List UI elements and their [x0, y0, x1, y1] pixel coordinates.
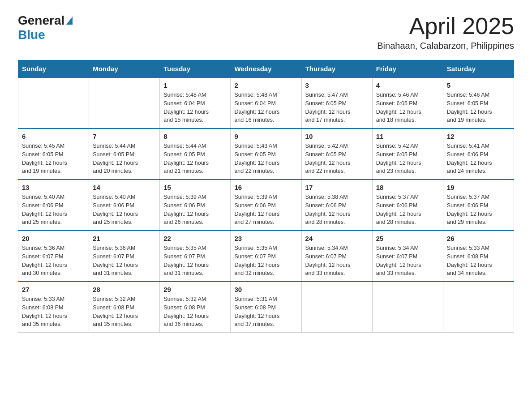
logo-blue: Blue [18, 28, 45, 42]
day-info: Sunrise: 5:34 AM Sunset: 6:07 PM Dayligh… [376, 244, 439, 278]
day-info: Sunrise: 5:47 AM Sunset: 6:05 PM Dayligh… [305, 91, 369, 124]
day-info: Sunrise: 5:44 AM Sunset: 6:05 PM Dayligh… [93, 142, 156, 176]
calendar-cell: 30Sunrise: 5:31 AM Sunset: 6:08 PM Dayli… [231, 282, 301, 333]
day-number: 20 [22, 235, 85, 242]
calendar-cell: 8Sunrise: 5:44 AM Sunset: 6:05 PM Daylig… [160, 128, 231, 180]
day-info: Sunrise: 5:33 AM Sunset: 6:08 PM Dayligh… [22, 295, 85, 329]
day-info: Sunrise: 5:32 AM Sunset: 6:08 PM Dayligh… [93, 295, 156, 329]
calendar-week-row: 13Sunrise: 5:40 AM Sunset: 6:06 PM Dayli… [18, 180, 514, 231]
day-info: Sunrise: 5:34 AM Sunset: 6:07 PM Dayligh… [305, 244, 369, 278]
day-number: 16 [234, 184, 297, 191]
day-number: 28 [93, 286, 156, 293]
day-number: 15 [163, 184, 227, 191]
day-number: 23 [234, 235, 297, 242]
calendar-cell: 15Sunrise: 5:39 AM Sunset: 6:06 PM Dayli… [160, 180, 231, 231]
logo-general: General [18, 13, 64, 28]
day-info: Sunrise: 5:43 AM Sunset: 6:05 PM Dayligh… [234, 142, 297, 176]
calendar-cell: 2Sunrise: 5:48 AM Sunset: 6:04 PM Daylig… [231, 77, 301, 128]
calendar-cell: 25Sunrise: 5:34 AM Sunset: 6:07 PM Dayli… [372, 231, 443, 282]
location-subtitle: Binahaan, Calabarzon, Philippines [377, 41, 514, 51]
logo: General Blue [18, 13, 73, 42]
day-info: Sunrise: 5:41 AM Sunset: 6:06 PM Dayligh… [447, 142, 510, 176]
calendar-week-row: 1Sunrise: 5:48 AM Sunset: 6:04 PM Daylig… [18, 77, 514, 128]
calendar-cell: 16Sunrise: 5:39 AM Sunset: 6:06 PM Dayli… [231, 180, 301, 231]
day-number: 13 [22, 184, 85, 191]
header-wednesday: Wednesday [231, 60, 301, 78]
calendar-cell: 19Sunrise: 5:37 AM Sunset: 6:06 PM Dayli… [443, 180, 514, 231]
calendar-cell: 3Sunrise: 5:47 AM Sunset: 6:05 PM Daylig… [301, 77, 372, 128]
day-number: 3 [305, 81, 369, 89]
day-number: 29 [163, 286, 227, 293]
day-number: 12 [447, 133, 510, 140]
day-number: 8 [163, 133, 227, 140]
day-number: 5 [447, 81, 510, 89]
calendar-cell: 26Sunrise: 5:33 AM Sunset: 6:08 PM Dayli… [443, 231, 514, 282]
calendar-cell: 7Sunrise: 5:44 AM Sunset: 6:05 PM Daylig… [89, 128, 160, 180]
calendar-cell: 6Sunrise: 5:45 AM Sunset: 6:05 PM Daylig… [18, 128, 89, 180]
day-number: 10 [305, 133, 369, 140]
logo-text-block: General Blue [18, 13, 73, 42]
calendar-cell: 17Sunrise: 5:38 AM Sunset: 6:06 PM Dayli… [301, 180, 372, 231]
day-info: Sunrise: 5:33 AM Sunset: 6:08 PM Dayligh… [447, 244, 510, 278]
day-info: Sunrise: 5:48 AM Sunset: 6:04 PM Dayligh… [163, 91, 227, 124]
day-number: 9 [234, 133, 297, 140]
day-number: 21 [93, 235, 156, 242]
calendar-cell: 27Sunrise: 5:33 AM Sunset: 6:08 PM Dayli… [18, 282, 89, 333]
month-title: April 2025 [377, 13, 514, 39]
calendar-cell [301, 282, 372, 333]
calendar-cell: 13Sunrise: 5:40 AM Sunset: 6:06 PM Dayli… [18, 180, 89, 231]
header-friday: Friday [372, 60, 443, 78]
page-header: General Blue April 2025 Binahaan, Calaba… [18, 13, 514, 51]
calendar-week-row: 27Sunrise: 5:33 AM Sunset: 6:08 PM Dayli… [18, 282, 514, 333]
day-number: 25 [376, 235, 439, 242]
calendar-cell: 28Sunrise: 5:32 AM Sunset: 6:08 PM Dayli… [89, 282, 160, 333]
day-info: Sunrise: 5:39 AM Sunset: 6:06 PM Dayligh… [163, 193, 227, 227]
day-number: 1 [163, 81, 227, 89]
calendar-cell: 11Sunrise: 5:42 AM Sunset: 6:05 PM Dayli… [372, 128, 443, 180]
header-saturday: Saturday [443, 60, 514, 78]
calendar-cell [443, 282, 514, 333]
day-info: Sunrise: 5:37 AM Sunset: 6:06 PM Dayligh… [376, 193, 439, 227]
header-tuesday: Tuesday [160, 60, 231, 78]
calendar-cell [18, 77, 89, 128]
day-info: Sunrise: 5:37 AM Sunset: 6:06 PM Dayligh… [447, 193, 510, 227]
day-info: Sunrise: 5:38 AM Sunset: 6:06 PM Dayligh… [305, 193, 369, 227]
calendar-cell: 24Sunrise: 5:34 AM Sunset: 6:07 PM Dayli… [301, 231, 372, 282]
calendar-cell: 10Sunrise: 5:42 AM Sunset: 6:05 PM Dayli… [301, 128, 372, 180]
calendar-cell: 20Sunrise: 5:36 AM Sunset: 6:07 PM Dayli… [18, 231, 89, 282]
day-number: 27 [22, 286, 85, 293]
day-info: Sunrise: 5:36 AM Sunset: 6:07 PM Dayligh… [93, 244, 156, 278]
day-number: 2 [234, 81, 297, 89]
header-thursday: Thursday [301, 60, 372, 78]
day-number: 18 [376, 184, 439, 191]
day-number: 26 [447, 235, 510, 242]
day-info: Sunrise: 5:35 AM Sunset: 6:07 PM Dayligh… [234, 244, 297, 278]
day-info: Sunrise: 5:32 AM Sunset: 6:08 PM Dayligh… [163, 295, 227, 329]
day-info: Sunrise: 5:35 AM Sunset: 6:07 PM Dayligh… [163, 244, 227, 278]
calendar-cell: 5Sunrise: 5:46 AM Sunset: 6:05 PM Daylig… [443, 77, 514, 128]
day-number: 24 [305, 235, 369, 242]
calendar-cell: 29Sunrise: 5:32 AM Sunset: 6:08 PM Dayli… [160, 282, 231, 333]
day-number: 17 [305, 184, 369, 191]
day-info: Sunrise: 5:31 AM Sunset: 6:08 PM Dayligh… [234, 295, 297, 329]
day-info: Sunrise: 5:40 AM Sunset: 6:06 PM Dayligh… [93, 193, 156, 227]
logo-triangle-icon [66, 17, 73, 25]
day-info: Sunrise: 5:42 AM Sunset: 6:05 PM Dayligh… [376, 142, 439, 176]
calendar-cell: 21Sunrise: 5:36 AM Sunset: 6:07 PM Dayli… [89, 231, 160, 282]
calendar-week-row: 20Sunrise: 5:36 AM Sunset: 6:07 PM Dayli… [18, 231, 514, 282]
day-number: 11 [376, 133, 439, 140]
day-number: 4 [376, 81, 439, 89]
day-info: Sunrise: 5:44 AM Sunset: 6:05 PM Dayligh… [163, 142, 227, 176]
weekday-header-row: Sunday Monday Tuesday Wednesday Thursday… [18, 60, 514, 78]
day-number: 7 [93, 133, 156, 140]
day-info: Sunrise: 5:40 AM Sunset: 6:06 PM Dayligh… [22, 193, 85, 227]
calendar-week-row: 6Sunrise: 5:45 AM Sunset: 6:05 PM Daylig… [18, 128, 514, 180]
calendar-table: Sunday Monday Tuesday Wednesday Thursday… [18, 60, 514, 333]
header-monday: Monday [89, 60, 160, 78]
calendar-cell [89, 77, 160, 128]
calendar-cell: 14Sunrise: 5:40 AM Sunset: 6:06 PM Dayli… [89, 180, 160, 231]
day-number: 14 [93, 184, 156, 191]
day-number: 30 [234, 286, 297, 293]
calendar-cell: 22Sunrise: 5:35 AM Sunset: 6:07 PM Dayli… [160, 231, 231, 282]
day-info: Sunrise: 5:46 AM Sunset: 6:05 PM Dayligh… [376, 91, 439, 124]
